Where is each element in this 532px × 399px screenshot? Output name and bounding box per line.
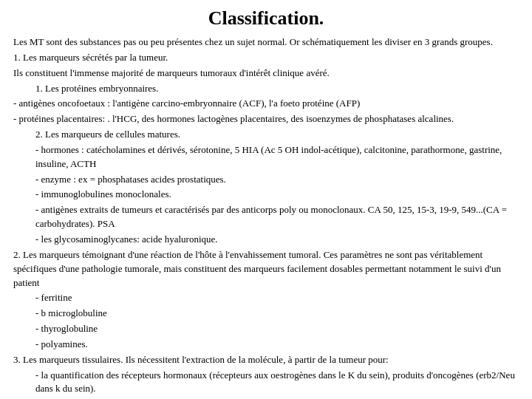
- paragraph-section2: 2. Les marqueurs témoignant d'une réacti…: [13, 248, 519, 290]
- paragraph-section1-intro: Ils constituent l'immense majorité de ma…: [13, 66, 519, 81]
- page-title: Classification.: [13, 7, 519, 30]
- paragraph-section2-c: - thyroglobuline: [35, 322, 519, 336]
- paragraph-section1-1b: - protéines placentaires: . l'HCG, des h…: [13, 112, 519, 126]
- paragraph-section1-2e: - les glycosaminoglycanes: acide hyaluro…: [35, 233, 519, 247]
- paragraph-section2-a: - ferritine: [35, 291, 519, 305]
- paragraph-section2-d: - polyamines.: [35, 338, 519, 352]
- paragraph-section1-2d: - antigènes extraits de tumeurs et carac…: [35, 203, 519, 231]
- paragraph-section3-a: - la quantification des récepteurs hormo…: [35, 369, 519, 397]
- paragraph-section1: 1. Les marqueurs sécrétés par la tumeur.: [13, 51, 519, 65]
- paragraph-section3: 3. Les marqueurs tissulaires. Ils nécess…: [13, 353, 519, 367]
- paragraph-section1-1a: - antigènes oncofoetaux : l'antigène car…: [13, 97, 519, 111]
- paragraph-section1-2: 2. Les marqueurs de cellules matures.: [35, 128, 519, 142]
- content-area: Les MT sont des substances pas ou peu pr…: [13, 35, 519, 399]
- paragraph-section1-1: 1. Les protéines embryonnaires.: [35, 82, 519, 96]
- paragraph-section1-2a: - hormones : catécholamines et dérivés, …: [35, 143, 519, 171]
- paragraph-section1-2c: - immunoglobulines monoclonales.: [35, 188, 519, 202]
- paragraph-section2-b: - b microglobuline: [35, 307, 519, 321]
- paragraph-section1-2b: - enzyme : ex = phosphatases acides pros…: [35, 173, 519, 187]
- paragraph-intro: Les MT sont des substances pas ou peu pr…: [13, 35, 519, 50]
